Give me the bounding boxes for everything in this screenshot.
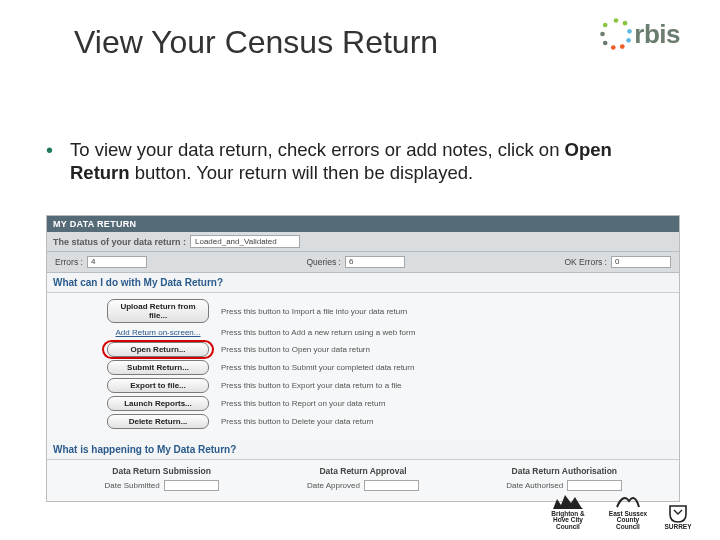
date-approved-label: Date Approved	[307, 481, 360, 490]
actions-list: Upload Return from file...Press this but…	[47, 293, 679, 440]
svg-point-4	[620, 44, 625, 49]
svg-point-1	[623, 21, 628, 26]
authorisation-header: Data Return Authorisation	[464, 466, 665, 476]
action-description: Press this button to Delete your data re…	[221, 417, 374, 426]
panel-header: MY DATA RETURN	[47, 216, 679, 232]
action-row: Upload Return from file...Press this but…	[107, 299, 671, 323]
add-return-on-screen-button[interactable]: Add Return on-screen...	[107, 326, 209, 339]
orbis-text: rbis	[634, 19, 680, 50]
brighton-hove-logo: Brighton & Hove City Council	[544, 489, 592, 531]
orbis-logo: rbis	[598, 16, 680, 52]
section-actions-title: What can I do with My Data Return?	[47, 273, 679, 293]
delete-return-button[interactable]: Delete Return...	[107, 414, 209, 429]
export-to-file-button[interactable]: Export to file...	[107, 378, 209, 393]
action-row: Export to file...Press this button to Ex…	[107, 378, 671, 393]
bullet-pre: To view your data return, check errors o…	[70, 139, 565, 160]
action-description: Press this button to Open your data retu…	[221, 345, 370, 354]
date-submitted-label: Date Submitted	[105, 481, 160, 490]
action-row: Submit Return...Press this button to Sub…	[107, 360, 671, 375]
status-value: Loaded_and_Validated	[190, 235, 300, 248]
instruction-bullet: •To view your data return, check errors …	[46, 138, 674, 184]
open-return-button[interactable]: Open Return...	[107, 342, 209, 357]
status-bar: The status of your data return : Loaded_…	[47, 232, 679, 252]
submission-header: Data Return Submission	[61, 466, 262, 476]
action-description: Press this button to Add a new return us…	[221, 328, 415, 337]
east-sussex-logo: East Sussex County Council	[606, 489, 650, 531]
svg-point-6	[603, 41, 608, 46]
date-approved-value	[364, 480, 419, 491]
date-submitted-value	[164, 480, 219, 491]
svg-point-7	[600, 32, 605, 37]
action-description: Press this button to Import a file into …	[221, 307, 407, 316]
queries-label: Queries :	[306, 257, 341, 267]
footer-logos: Brighton & Hove City Council East Sussex…	[544, 489, 692, 531]
errors-label: Errors :	[55, 257, 83, 267]
orbis-ring-icon	[598, 16, 634, 52]
east-sussex-text: East Sussex County Council	[606, 511, 650, 531]
svg-point-3	[627, 38, 632, 43]
surrey-logo: SURREY	[664, 502, 692, 531]
brighton-hove-text: Brighton & Hove City Council	[544, 511, 592, 531]
svg-point-0	[614, 18, 619, 23]
counts-row: Errors : 4 Queries : 6 OK Errors : 0	[47, 252, 679, 273]
action-description: Press this button to Submit your complet…	[221, 363, 414, 372]
app-screenshot: MY DATA RETURN The status of your data r…	[46, 215, 680, 502]
launch-reports-button[interactable]: Launch Reports...	[107, 396, 209, 411]
action-description: Press this button to Export your data re…	[221, 381, 402, 390]
svg-point-8	[603, 23, 608, 28]
section-status-title: What is happening to My Data Return?	[47, 440, 679, 460]
action-row: Add Return on-screen...Press this button…	[107, 326, 671, 339]
action-row: Launch Reports...Press this button to Re…	[107, 396, 671, 411]
svg-point-5	[611, 45, 616, 50]
submit-return-button[interactable]: Submit Return...	[107, 360, 209, 375]
status-label: The status of your data return :	[53, 237, 186, 247]
ok-errors-value: 0	[611, 256, 671, 268]
page-title: View Your Census Return	[74, 24, 438, 61]
ok-errors-label: OK Errors :	[564, 257, 607, 267]
approval-header: Data Return Approval	[262, 466, 463, 476]
action-row: Open Return...Press this button to Open …	[107, 342, 671, 357]
errors-value: 4	[87, 256, 147, 268]
queries-value: 6	[345, 256, 405, 268]
svg-point-2	[627, 29, 632, 34]
upload-return-from-file-button[interactable]: Upload Return from file...	[107, 299, 209, 323]
bullet-post: button. Your return will then be display…	[130, 162, 474, 183]
action-row: Delete Return...Press this button to Del…	[107, 414, 671, 429]
action-description: Press this button to Report on your data…	[221, 399, 386, 408]
surrey-text: SURREY	[664, 524, 691, 531]
